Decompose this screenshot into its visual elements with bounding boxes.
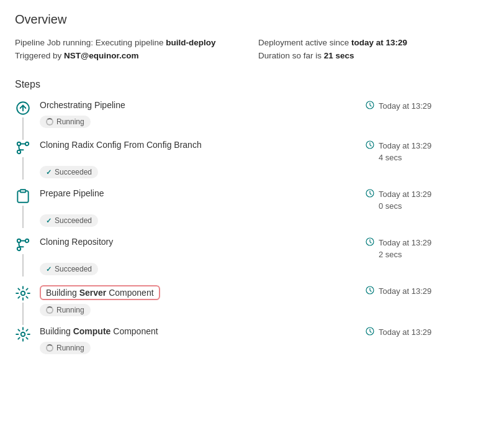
- step-time-value: Today at 13:29: [379, 286, 431, 296]
- step-time: Today at 13:29: [365, 237, 489, 249]
- step-header-row: Building Compute ComponentToday at 13:29: [40, 326, 489, 338]
- step-connector-line: [22, 206, 24, 228]
- step-header-row: Cloning Radix Config From Config BranchT…: [40, 140, 489, 162]
- page-title: Overview: [15, 12, 489, 27]
- badge-label: Succeeded: [55, 168, 92, 176]
- step-name[interactable]: Prepare Pipeline: [40, 188, 104, 198]
- step-icon-build: [15, 285, 31, 301]
- step-status-badge: ✓Succeeded: [40, 214, 98, 227]
- triggered-info: Triggered by NST@equinor.com: [15, 51, 246, 60]
- step-status-badge: Running: [40, 116, 91, 128]
- step-time: Today at 13:29: [365, 140, 489, 152]
- step-duration: 2 secs: [365, 250, 489, 259]
- spinner-icon: [46, 344, 53, 352]
- deployment-info: Deployment active since today at 13:29: [258, 38, 489, 47]
- step-content: Orchestrating PipelineToday at 13:29Runn…: [40, 100, 489, 138]
- clock-icon: [365, 285, 375, 297]
- step-duration: 0 secs: [365, 201, 489, 211]
- step-content: Prepare PipelineToday at 13:290 secs✓Suc…: [40, 188, 489, 237]
- check-icon: ✓: [46, 265, 52, 273]
- step-name[interactable]: Orchestrating Pipeline: [40, 100, 125, 110]
- step-time-col: Today at 13:294 secs: [365, 140, 489, 162]
- step-left-col: [15, 100, 31, 140]
- step-left-col: [15, 140, 31, 180]
- step-content: Building Compute ComponentToday at 13:29…: [40, 326, 489, 364]
- step-connector-line: [22, 117, 24, 140]
- step-name-highlight-box: Building Server Component: [40, 285, 160, 300]
- step-time-col: Today at 13:290 secs: [365, 188, 489, 211]
- svg-point-5: [17, 150, 20, 153]
- step-item-orchestrating: Orchestrating PipelineToday at 13:29Runn…: [15, 100, 489, 140]
- check-icon: ✓: [46, 217, 52, 225]
- step-name[interactable]: Building Server Component: [40, 285, 160, 300]
- clock-icon: [365, 100, 375, 112]
- step-header-row: Cloning RepositoryToday at 13:292 secs: [40, 237, 489, 259]
- step-header-row: Orchestrating PipelineToday at 13:29: [40, 100, 489, 112]
- step-icon-git: [15, 237, 31, 253]
- step-item-building-server: Building Server ComponentToday at 13:29R…: [15, 285, 489, 326]
- clock-icon: [365, 237, 375, 249]
- badge-label: Running: [56, 306, 84, 314]
- step-status-badge: Running: [40, 304, 91, 316]
- step-icon-git: [15, 140, 31, 156]
- step-time-value: Today at 13:29: [379, 141, 431, 150]
- clock-icon: [365, 188, 375, 200]
- step-left-col: [15, 237, 31, 277]
- step-header-row: Building Server ComponentToday at 13:29: [40, 285, 489, 300]
- step-status-badge: ✓Succeeded: [40, 263, 98, 275]
- badge-label: Succeeded: [55, 265, 92, 273]
- step-icon-clipboard: [15, 188, 31, 204]
- step-name[interactable]: Cloning Repository: [40, 237, 113, 247]
- step-item-building-compute: Building Compute ComponentToday at 13:29…: [15, 326, 489, 364]
- step-connector-line: [22, 157, 24, 180]
- step-content: Cloning RepositoryToday at 13:292 secs✓S…: [40, 237, 489, 285]
- step-time: Today at 13:29: [365, 285, 489, 297]
- svg-point-15: [21, 291, 25, 296]
- step-left-col: [15, 188, 31, 228]
- step-status-badge: ✓Succeeded: [40, 166, 98, 178]
- step-icon-orchestrate: [15, 100, 31, 116]
- step-time: Today at 13:29: [365, 326, 489, 338]
- step-item-cloning-repo: Cloning RepositoryToday at 13:292 secs✓S…: [15, 237, 489, 285]
- step-badge-row: ✓Succeeded: [40, 214, 489, 227]
- spinner-icon: [46, 306, 53, 314]
- step-badge-row: ✓Succeeded: [40, 263, 489, 275]
- step-time-value: Today at 13:29: [379, 327, 431, 337]
- step-time: Today at 13:29: [365, 188, 489, 200]
- step-time: Today at 13:29: [365, 100, 489, 112]
- badge-label: Running: [56, 344, 84, 352]
- steps-section-title: Steps: [15, 79, 489, 90]
- step-name[interactable]: Building Compute Component: [40, 326, 158, 336]
- badge-label: Succeeded: [55, 216, 92, 225]
- clock-icon: [365, 326, 375, 338]
- step-connector-line: [22, 303, 24, 325]
- step-time-value: Today at 13:29: [379, 238, 431, 247]
- step-time-col: Today at 13:292 secs: [365, 237, 489, 259]
- check-icon: ✓: [46, 168, 52, 176]
- step-content: Building Server ComponentToday at 13:29R…: [40, 285, 489, 326]
- step-left-col: [15, 285, 31, 325]
- badge-label: Running: [56, 117, 84, 126]
- svg-point-17: [21, 332, 25, 337]
- step-name[interactable]: Cloning Radix Config From Config Branch: [40, 140, 202, 150]
- step-time-col: Today at 13:29: [365, 285, 489, 297]
- step-badge-row: ✓Succeeded: [40, 166, 489, 178]
- svg-point-12: [17, 247, 20, 250]
- info-bar: Pipeline Job running: Executing pipeline…: [15, 38, 489, 60]
- step-time-col: Today at 13:29: [365, 100, 489, 112]
- step-icon-compute: [15, 326, 31, 342]
- steps-list: Orchestrating PipelineToday at 13:29Runn…: [15, 100, 489, 364]
- clock-icon: [365, 140, 375, 152]
- step-header-row: Prepare PipelineToday at 13:290 secs: [40, 188, 489, 211]
- step-content: Cloning Radix Config From Config BranchT…: [40, 140, 489, 188]
- step-time-value: Today at 13:29: [379, 190, 431, 199]
- step-item-cloning-radix: Cloning Radix Config From Config BranchT…: [15, 140, 489, 188]
- pipeline-info: Pipeline Job running: Executing pipeline…: [15, 38, 246, 47]
- step-badge-row: Running: [40, 116, 489, 128]
- step-status-badge: Running: [40, 342, 91, 354]
- step-badge-row: Running: [40, 342, 489, 354]
- step-connector-line: [22, 254, 24, 277]
- duration-info: Duration so far is 21 secs: [258, 51, 489, 60]
- step-duration: 4 secs: [365, 153, 489, 162]
- step-time-col: Today at 13:29: [365, 326, 489, 338]
